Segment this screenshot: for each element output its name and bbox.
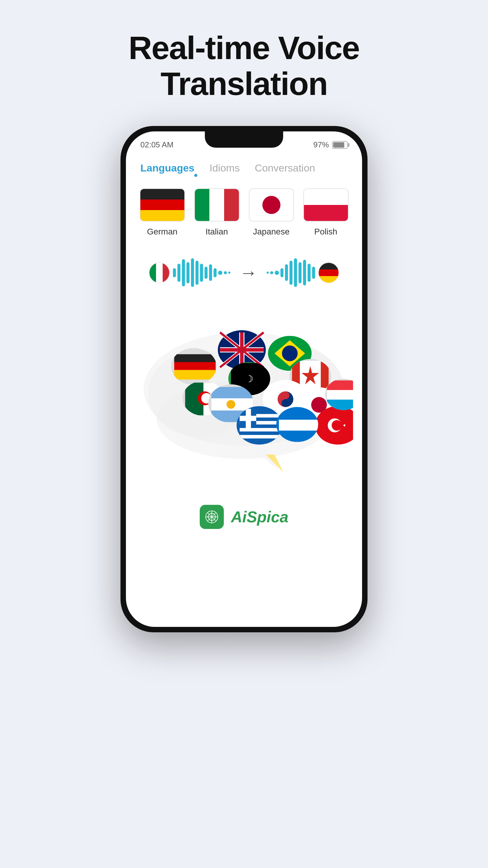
status-time: 02:05 AM xyxy=(140,140,173,150)
language-german[interactable]: German xyxy=(140,188,185,237)
wave-bar xyxy=(195,261,198,285)
wave-bar xyxy=(182,259,185,286)
battery-icon xyxy=(332,141,348,149)
flags-cloud-illustration: ☽ xyxy=(135,315,353,481)
battery-fill xyxy=(333,142,344,148)
flag-italian xyxy=(194,188,239,221)
wave-bar xyxy=(187,262,190,283)
wave-bar xyxy=(303,260,306,285)
source-waveform xyxy=(149,258,230,288)
svg-point-43 xyxy=(227,400,235,409)
language-polish-label: Polish xyxy=(314,227,337,237)
flag-stripe-white xyxy=(304,189,348,205)
wave-dot xyxy=(218,271,222,275)
wave-bar xyxy=(307,264,311,282)
tab-idioms[interactable]: Idioms xyxy=(209,162,239,176)
language-italian-label: Italian xyxy=(205,227,228,237)
flag-stripe-gold xyxy=(140,210,184,221)
source-flag-italian xyxy=(149,262,170,283)
flag-stripe-black xyxy=(140,189,184,199)
phone-screen: 02:05 AM 97% Languages Idioms Conversati xyxy=(126,131,362,627)
flag-japanese xyxy=(249,188,294,221)
german-row-gold xyxy=(319,276,338,283)
wave-bar xyxy=(209,264,212,281)
headline: Real-time Voice Translation xyxy=(129,30,359,102)
flag-col-white xyxy=(209,189,224,221)
wave-bar xyxy=(290,261,293,285)
waveform-section: → xyxy=(126,243,362,303)
language-italian[interactable]: Italian xyxy=(194,188,239,237)
german-row-red xyxy=(319,270,338,276)
target-flag-german xyxy=(318,262,339,283)
wave-bar xyxy=(191,258,194,287)
wave-dot xyxy=(270,271,273,274)
headline-line2: Translation xyxy=(161,65,327,102)
translation-arrow: → xyxy=(239,262,258,283)
flag-german xyxy=(140,188,185,221)
flag-col-red xyxy=(224,189,239,221)
wave-dot xyxy=(228,272,230,274)
headline-line1: Real-time Voice xyxy=(129,30,359,66)
language-japanese-label: Japanese xyxy=(253,227,290,237)
aispica-logo-icon xyxy=(200,505,224,529)
svg-text:☽: ☽ xyxy=(245,373,254,384)
status-right: 97% xyxy=(313,140,348,150)
phone-notch xyxy=(205,131,283,148)
tab-bar: Languages Idioms Conversation xyxy=(126,153,362,176)
svg-point-16 xyxy=(282,345,298,361)
wave-bar xyxy=(312,267,315,279)
phone-mockup: 02:05 AM 97% Languages Idioms Conversati xyxy=(121,126,367,632)
flag-col-green xyxy=(195,189,210,221)
wave-dot xyxy=(224,271,227,274)
wave-dot xyxy=(275,271,279,275)
flag-stripe-red xyxy=(140,199,184,210)
tab-languages[interactable]: Languages xyxy=(140,162,194,176)
svg-point-55 xyxy=(332,420,342,431)
svg-marker-77 xyxy=(266,455,283,472)
svg-rect-75 xyxy=(279,420,318,430)
cloud-section: ☽ xyxy=(126,303,362,493)
wave-bar xyxy=(285,264,288,281)
tab-conversation[interactable]: Conversation xyxy=(255,162,315,176)
italian-col-green xyxy=(150,263,156,283)
language-german-label: German xyxy=(147,227,177,237)
languages-grid: German Italian Japanese xyxy=(126,176,362,243)
flag-polish xyxy=(303,188,349,221)
flag-japanese-circle xyxy=(262,196,281,214)
language-polish[interactable]: Polish xyxy=(303,188,349,237)
wave-bar xyxy=(200,264,203,282)
svg-rect-71 xyxy=(246,409,251,428)
target-wave-bars xyxy=(267,258,315,288)
svg-rect-68 xyxy=(240,435,282,438)
wave-bar xyxy=(281,268,284,277)
wave-bar xyxy=(204,267,207,279)
italian-col-red xyxy=(163,263,169,283)
svg-rect-21 xyxy=(174,370,216,379)
svg-rect-20 xyxy=(174,362,216,371)
battery-percentage: 97% xyxy=(313,140,329,150)
aispica-icon-svg xyxy=(203,508,220,525)
language-japanese[interactable]: Japanese xyxy=(249,188,294,237)
italian-col-white xyxy=(156,263,163,283)
german-row-black xyxy=(319,263,338,270)
target-waveform xyxy=(267,258,339,288)
brand-name-text: AiSpica xyxy=(231,508,289,526)
wave-dot xyxy=(267,272,269,274)
wave-bar xyxy=(298,262,301,283)
svg-rect-67 xyxy=(240,428,282,432)
source-wave-bars xyxy=(173,258,230,288)
svg-rect-60 xyxy=(327,390,353,401)
branding-section: AiSpica xyxy=(126,496,362,538)
wave-bar xyxy=(214,268,217,277)
wave-bar xyxy=(177,264,181,282)
phone-outer: 02:05 AM 97% Languages Idioms Conversati xyxy=(121,126,367,632)
wave-bar xyxy=(173,268,176,277)
flag-stripe-red xyxy=(304,205,348,221)
wave-bar xyxy=(294,258,297,287)
svg-rect-19 xyxy=(174,354,216,363)
